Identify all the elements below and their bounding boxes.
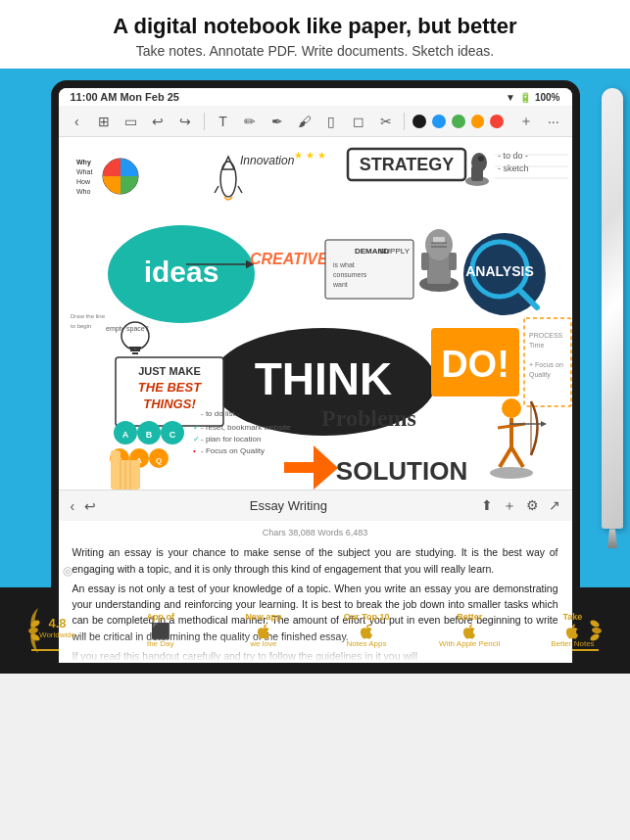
redo-icon[interactable]: ↪ <box>174 111 196 132</box>
color-orange[interactable] <box>471 115 485 128</box>
toolbar: ‹ ⊞ ▭ ↩ ↪ T ✏ ✒ 🖌 ▯ ◻ ✂ ＋ <box>59 106 572 137</box>
svg-text:Why: Why <box>76 159 91 166</box>
badge-top10-apple <box>358 623 375 640</box>
grid-icon[interactable]: ⊞ <box>93 111 115 132</box>
more-icon[interactable]: ··· <box>543 111 564 132</box>
svg-text:empty space?: empty space? <box>106 325 149 333</box>
svg-rect-39 <box>449 253 457 270</box>
share-icon[interactable]: ⬆ <box>481 497 493 515</box>
main-subtitle: Take notes. Annotate PDF. Write document… <box>20 43 610 59</box>
svg-text:JUST MAKE: JUST MAKE <box>138 365 201 377</box>
svg-text:A: A <box>121 430 128 440</box>
svg-text:THINK: THINK <box>254 353 392 404</box>
page-icon[interactable]: ▭ <box>121 111 142 132</box>
app-header: A digital notebook like paper, but bette… <box>0 0 630 69</box>
svg-text:•: • <box>193 446 196 455</box>
status-bar: 11:00 AM Mon Feb 25 ▼ 🔋 100% <box>59 88 572 106</box>
color-black[interactable] <box>412 115 426 128</box>
color-green[interactable] <box>452 115 465 128</box>
svg-point-141 <box>592 628 603 635</box>
badge-top10-line1: Our Top 10 <box>344 613 390 623</box>
svg-point-17 <box>478 156 484 162</box>
badge-new-app-line2: we love <box>250 640 276 649</box>
badge-rating-number: 4.8 <box>49 617 67 630</box>
svg-text:B: B <box>145 430 152 440</box>
svg-text:+ Focus on: + Focus on <box>529 361 563 368</box>
svg-point-83 <box>502 398 521 418</box>
lasso-tool[interactable]: ✂ <box>375 111 397 132</box>
svg-point-140 <box>590 619 602 629</box>
svg-text:THINGS!: THINGS! <box>143 397 196 411</box>
badge-new-app-apple <box>255 623 272 640</box>
svg-text:Who: Who <box>76 188 91 195</box>
apple-pencil <box>599 88 626 568</box>
main-title: A digital notebook like paper, but bette… <box>20 14 610 39</box>
pencil-body <box>602 88 623 529</box>
ipad-frame: 11:00 AM Mon Feb 25 ▼ 🔋 100% ‹ ⊞ ▭ ↩ ↪ T… <box>51 80 580 587</box>
svg-text:Draw the line: Draw the line <box>71 313 106 319</box>
svg-text:✓: ✓ <box>193 435 200 443</box>
svg-text:SOLUTION: SOLUTION <box>335 456 466 486</box>
battery-icon: 🔋 <box>519 92 531 103</box>
device-area: 11:00 AM Mon Feb 25 ▼ 🔋 100% ‹ ⊞ ▭ ↩ ↪ T… <box>0 69 630 587</box>
battery-percent: 100% <box>535 92 560 103</box>
sketch-canvas: Why What How Who Innovation <box>59 137 572 490</box>
svg-text:CREATIVE: CREATIVE <box>250 251 329 267</box>
badge-notes-line1: Take <box>562 613 582 623</box>
color-red[interactable] <box>490 115 504 128</box>
badge-pencil-line2: With Apple Pencil <box>439 640 500 649</box>
svg-text:PROCESS: PROCESS <box>529 332 563 339</box>
badge-app-day-line2: the Day <box>147 640 174 649</box>
svg-text:ideas: ideas <box>143 256 218 288</box>
svg-text:DO!: DO! <box>441 344 509 385</box>
svg-text:STRATEGY: STRATEGY <box>359 155 454 174</box>
badge-top10-line2: Notes Apps <box>347 640 387 649</box>
essay-meta: Chars 38,088 Words 6,483 <box>73 527 558 540</box>
svg-rect-35 <box>433 237 445 243</box>
svg-text:consumers: consumers <box>333 271 367 278</box>
svg-text:C: C <box>169 430 175 440</box>
svg-text:What: What <box>76 168 92 175</box>
wifi-icon: ▼ <box>506 92 515 103</box>
status-time: 11:00 AM Mon Feb 25 <box>71 91 179 103</box>
svg-text:- to do -: - to do - <box>498 151 528 161</box>
color-blue[interactable] <box>432 115 446 128</box>
svg-text:THE BEST: THE BEST <box>137 380 201 395</box>
svg-point-91 <box>490 467 533 479</box>
badge-pencil-apple <box>460 623 478 640</box>
svg-text:✓: ✓ <box>193 423 200 432</box>
back-nav-icon[interactable]: ‹ <box>71 498 75 514</box>
badge-app-day-line1: App of <box>146 613 174 623</box>
badge-notes-line2: Better Notes <box>551 640 594 649</box>
divider-1 <box>204 113 205 130</box>
export-icon[interactable]: ↗ <box>549 497 560 515</box>
svg-text:ANALYSIS: ANALYSIS <box>465 263 534 279</box>
note-title: Essay Writing <box>96 498 480 513</box>
bottom-bar-right-icons[interactable]: ⬆ ＋ ⚙ ↗ <box>481 497 560 515</box>
svg-text:How: How <box>76 178 91 185</box>
badge-new-app-line1: New app <box>245 613 281 623</box>
svg-text:- Focus on Quality: - Focus on Quality <box>201 446 265 455</box>
svg-text:- reset, bookmark website: - reset, bookmark website <box>201 423 291 432</box>
add-icon[interactable]: ＋ <box>515 111 537 132</box>
svg-text:- sketch: - sketch <box>498 163 529 173</box>
back-button[interactable]: ‹ <box>67 111 88 132</box>
pen-tool[interactable]: ✏ <box>239 111 261 132</box>
pencil-tip <box>607 529 617 548</box>
badge-app-day-apple-icon: ⬛ <box>151 623 170 640</box>
add-nav-icon[interactable]: ＋ <box>503 497 516 515</box>
sketch-bottom-bar: ‹ ↩ Essay Writing ⬆ ＋ ⚙ ↗ <box>59 490 572 521</box>
svg-text:★ ★ ★: ★ ★ ★ <box>294 150 326 161</box>
settings-icon[interactable]: ⚙ <box>526 497 539 515</box>
undo-icon[interactable]: ↩ <box>147 111 169 132</box>
pencil-tool[interactable]: ✒ <box>267 111 288 132</box>
ipad-screen: 11:00 AM Mon Feb 25 ▼ 🔋 100% ‹ ⊞ ▭ ↩ ↪ T… <box>59 88 572 663</box>
highlighter-tool[interactable]: ▯ <box>320 111 342 132</box>
sketchpad[interactable]: Why What How Who Innovation <box>59 137 572 490</box>
divider-2 <box>404 113 405 130</box>
text-tool[interactable]: T <box>213 111 234 132</box>
brush-tool[interactable]: 🖌 <box>294 111 315 132</box>
bottom-bar-left-icons[interactable]: ‹ ↩ <box>71 498 97 514</box>
undo-nav-icon[interactable]: ↩ <box>84 498 96 514</box>
eraser-tool[interactable]: ◻ <box>348 111 369 132</box>
